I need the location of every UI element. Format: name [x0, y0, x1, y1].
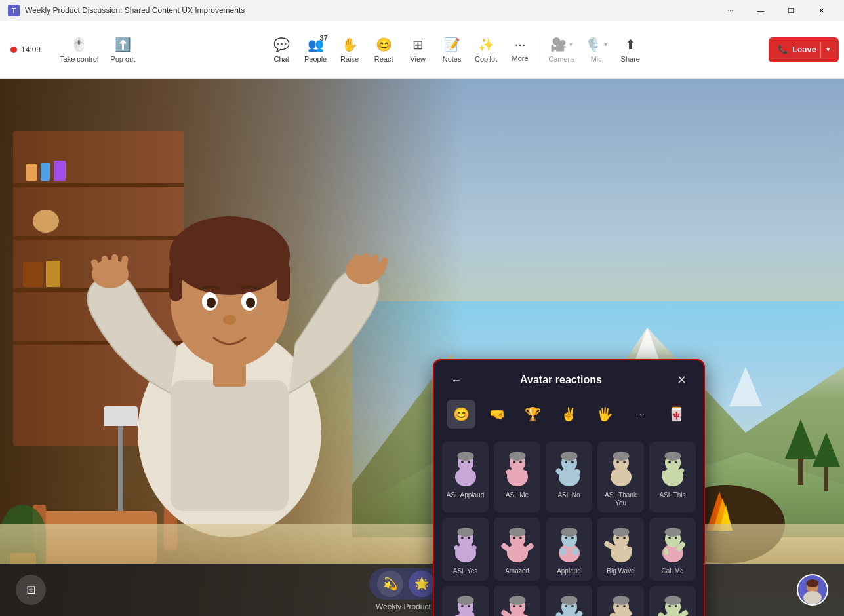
pop-out-button[interactable]: ⬆️ Pop out	[105, 26, 140, 73]
svg-point-18	[207, 298, 216, 308]
svg-point-20	[223, 315, 236, 325]
reaction-item[interactable]: ASL Me	[494, 442, 540, 512]
floor-surface	[0, 524, 844, 564]
reaction-item[interactable]: Chef's Kiss	[597, 586, 644, 616]
reaction-avatar	[653, 447, 693, 489]
reaction-avatar-svg	[603, 524, 639, 564]
recording-indicator	[10, 47, 17, 53]
reaction-item[interactable]: ASL Yes	[442, 518, 489, 581]
reaction-item[interactable]: ASL Applaud	[442, 442, 489, 512]
svg-point-132	[664, 596, 681, 605]
reaction-avatar	[550, 447, 589, 489]
svg-point-63	[668, 461, 671, 463]
svg-point-106	[468, 605, 470, 607]
mic-button[interactable]: 🎙️ ▾ Mic	[579, 26, 613, 73]
svg-point-111	[509, 596, 525, 605]
category-tab-trophy[interactable]: 🏆	[519, 400, 548, 429]
category-tabs: 😊 🤜 🏆 ✌️ 🖐️ ··· 🀄	[434, 400, 704, 436]
reaction-avatar	[550, 591, 589, 616]
leave-button[interactable]: 📞 Leave ▾	[769, 37, 839, 62]
copilot-icon: ✨	[478, 37, 494, 52]
category-tab-emoji[interactable]: 😊	[447, 400, 475, 429]
titlebar-more-button[interactable]: ···	[715, 0, 746, 21]
svg-point-64	[675, 461, 677, 463]
svg-rect-29	[363, 253, 369, 273]
svg-point-92	[623, 537, 626, 539]
reaction-item[interactable]: ASL Thank You	[597, 442, 644, 512]
chat-button[interactable]: 💬 Chat	[264, 26, 298, 73]
more-button[interactable]: ··· More	[503, 26, 537, 73]
camera-icon: 🎥	[550, 37, 567, 52]
reaction-button-1[interactable]: 💫	[377, 571, 403, 597]
main-content: ← Avatar reactions ✕ 😊 🤜 🏆 ✌️ 🖐️ ··· 🀄	[0, 79, 844, 616]
notes-button[interactable]: 📝 Notes	[435, 26, 469, 73]
chat-icon: 💬	[273, 37, 290, 52]
time-label: 14:09	[21, 45, 41, 54]
reaction-avatar	[653, 523, 693, 565]
grid-view-button[interactable]: ⊞	[16, 575, 46, 605]
reaction-label: Call Me	[662, 568, 684, 575]
svg-point-120	[571, 605, 574, 607]
svg-point-56	[616, 461, 619, 463]
raise-button[interactable]: ✋ Raise	[332, 26, 367, 73]
svg-point-140	[803, 591, 822, 604]
reaction-label: ASL This	[659, 491, 685, 499]
category-tab-hand[interactable]: 🖐️	[590, 400, 619, 429]
share-button[interactable]: ⬆ Share	[613, 26, 647, 73]
leave-chevron[interactable]: ▾	[820, 42, 830, 58]
reaction-item[interactable]: ASL This	[649, 442, 696, 512]
reaction-item[interactable]: Club Dance	[649, 586, 696, 616]
reaction-avatar-svg	[654, 592, 691, 616]
copilot-label: Copilot	[475, 55, 497, 63]
view-button[interactable]: ⊞ View	[401, 26, 435, 73]
svg-point-113	[519, 605, 522, 607]
svg-point-91	[616, 537, 619, 539]
svg-point-127	[623, 605, 626, 607]
reaction-item[interactable]: Call Me	[649, 518, 696, 581]
svg-point-35	[461, 461, 464, 463]
category-tab-gesture[interactable]: 🤜	[483, 400, 512, 429]
category-tab-mahjong[interactable]: 🀄	[662, 400, 691, 429]
react-button[interactable]: 😊 React	[367, 26, 401, 73]
svg-point-118	[561, 596, 577, 605]
mic-dropdown-arrow: ▾	[604, 41, 607, 48]
reaction-item[interactable]: Check	[442, 586, 489, 616]
panel-close-button[interactable]: ✕	[672, 371, 691, 389]
svg-point-99	[675, 537, 677, 539]
category-tab-scissors[interactable]: ✌️	[554, 400, 583, 429]
svg-point-34	[457, 452, 473, 461]
toolbar-center: 💬 Chat 👥 37 People ✋ Raise 😊 React ⊞ Vie…	[146, 26, 766, 73]
people-icon-wrap: 👥 37	[308, 37, 324, 52]
reaction-item[interactable]: ASL No	[546, 442, 592, 512]
take-control-button[interactable]: 🖱️ Take control	[54, 26, 104, 73]
reaction-avatar	[446, 591, 485, 616]
reaction-item[interactable]: Applaud	[546, 518, 592, 581]
reaction-avatar-svg	[499, 448, 536, 488]
titlebar-maximize-button[interactable]: ☐	[776, 0, 806, 21]
svg-point-69	[457, 528, 473, 537]
reaction-avatar-svg	[551, 592, 588, 616]
titlebar-controls[interactable]: ··· — ☐ ✕	[715, 0, 836, 21]
titlebar-minimize-button[interactable]: —	[746, 0, 776, 21]
panel-back-button[interactable]: ←	[447, 371, 466, 389]
titlebar-close-button[interactable]: ✕	[806, 0, 836, 21]
people-button[interactable]: 👥 37 People	[298, 26, 332, 73]
reaction-item[interactable]: Check The Horizon	[494, 586, 540, 616]
reaction-item[interactable]: Cheers Salute	[546, 586, 592, 616]
camera-button[interactable]: 🎥 ▾ Camera	[543, 26, 579, 73]
titlebar-title: Weekly Product Discussion: Shared Conten…	[25, 6, 245, 15]
svg-point-70	[461, 537, 464, 539]
reaction-item[interactable]: Big Wave	[597, 518, 644, 581]
copilot-button[interactable]: ✨ Copilot	[469, 26, 503, 73]
category-tab-dots[interactable]: ···	[626, 400, 655, 429]
toolbar-left: 14:09 🖱️ Take control ⬆️ Pop out	[5, 26, 140, 73]
reaction-avatar	[446, 447, 485, 489]
avatar-figure	[39, 118, 420, 564]
reaction-button-2[interactable]: 🌟	[409, 571, 435, 597]
reaction-avatar	[653, 591, 693, 616]
panel-header: ← Avatar reactions ✕	[434, 360, 704, 400]
svg-point-139	[807, 579, 819, 587]
svg-point-76	[509, 528, 525, 537]
svg-point-19	[246, 298, 255, 308]
reaction-item[interactable]: Amazed	[494, 518, 540, 581]
